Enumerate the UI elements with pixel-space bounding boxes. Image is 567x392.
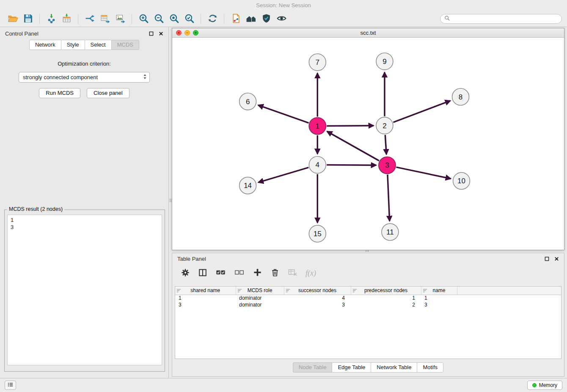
graph-edge-3-11[interactable] xyxy=(388,174,390,221)
tab-style[interactable]: Style xyxy=(61,40,85,50)
mcds-result-value: 3 xyxy=(11,224,159,231)
table-cell[interactable]: dominator xyxy=(236,301,284,308)
graph-node-10[interactable]: 10 xyxy=(453,172,470,189)
svg-text:4: 4 xyxy=(316,161,319,169)
svg-text:1: 1 xyxy=(316,122,319,130)
open-session-button[interactable] xyxy=(5,13,20,25)
delete-table-button[interactable] xyxy=(288,268,297,279)
table-cell-filler xyxy=(457,301,561,308)
main-toolbar xyxy=(0,11,567,27)
table-cell[interactable]: 3 xyxy=(284,301,351,308)
tab-node-table[interactable]: Node Table xyxy=(293,362,332,373)
column-header-mcds-role[interactable]: MCDS role xyxy=(236,287,284,295)
table-settings-button[interactable] xyxy=(181,268,190,279)
network-canvas[interactable]: 7968124314101511 xyxy=(172,38,564,250)
table-cell[interactable]: 1 xyxy=(421,295,457,301)
minimize-window-icon[interactable] xyxy=(184,30,190,36)
close-panel-icon[interactable] xyxy=(159,31,163,36)
zoom-out-button[interactable] xyxy=(151,13,166,25)
graph-node-4[interactable]: 4 xyxy=(309,156,326,173)
graph-edge-4-14[interactable] xyxy=(258,168,308,182)
svg-text:14: 14 xyxy=(244,182,252,190)
tab-network[interactable]: Network xyxy=(29,40,61,50)
import-table-button[interactable] xyxy=(59,13,74,25)
column-header-successor-nodes[interactable]: successor nodes xyxy=(284,287,351,295)
show-hide-button[interactable] xyxy=(274,13,289,25)
eye-icon xyxy=(276,13,287,25)
graph-edge-1-6[interactable] xyxy=(258,105,308,123)
tab-select[interactable]: Select xyxy=(85,40,111,50)
network-from-url-button[interactable] xyxy=(82,13,97,25)
home-button[interactable] xyxy=(243,13,259,25)
zoom-fit-button[interactable] xyxy=(166,13,182,25)
run-mcds-button[interactable]: Run MCDS xyxy=(39,88,80,98)
graph-edge-2-8[interactable] xyxy=(393,101,450,122)
table-cell[interactable]: 4 xyxy=(284,295,351,301)
close-window-icon[interactable] xyxy=(176,30,182,36)
criterion-dropdown[interactable]: strongly connected component xyxy=(19,72,150,83)
tab-mcds[interactable]: MCDS xyxy=(111,40,139,50)
graph-node-1[interactable]: 1 xyxy=(309,118,326,135)
table-cell[interactable]: 2 xyxy=(351,301,421,308)
tab-network-table[interactable]: Network Table xyxy=(371,362,417,373)
table-cell[interactable]: 1 xyxy=(175,295,236,301)
deselect-all-button[interactable] xyxy=(234,268,245,278)
table-toolbar: f(x) xyxy=(172,264,564,282)
graph-node-11[interactable]: 11 xyxy=(382,224,399,240)
export-image-button[interactable] xyxy=(113,13,128,25)
table-cell[interactable]: 1 xyxy=(351,295,421,301)
memory-button[interactable]: Memory xyxy=(527,381,562,390)
table-cell[interactable]: dominator xyxy=(236,295,284,301)
refresh-button[interactable] xyxy=(205,13,220,25)
network-window-titlebar[interactable]: scc.txt xyxy=(172,28,564,38)
close-panel-button[interactable]: Close panel xyxy=(87,88,129,98)
table-row[interactable]: 1dominator411 xyxy=(175,295,561,301)
search-field[interactable] xyxy=(440,14,562,24)
graph-edge-1-2[interactable] xyxy=(327,126,374,126)
shield-check-icon xyxy=(261,13,272,25)
table-row[interactable]: 3dominator323 xyxy=(175,301,561,308)
task-history-button[interactable] xyxy=(5,381,16,390)
graph-node-3[interactable]: 3 xyxy=(379,157,396,174)
graph-node-8[interactable]: 8 xyxy=(452,88,469,105)
graph-node-9[interactable]: 9 xyxy=(376,53,393,70)
search-icon xyxy=(444,15,450,22)
tab-motifs[interactable]: Motifs xyxy=(417,362,443,373)
graph-node-15[interactable]: 15 xyxy=(309,225,326,242)
delete-row-button[interactable] xyxy=(270,268,280,279)
zoom-selected-button[interactable] xyxy=(182,13,197,25)
style-apply-button[interactable] xyxy=(259,13,274,25)
graph-node-7[interactable]: 7 xyxy=(309,54,326,71)
graph-node-2[interactable]: 2 xyxy=(376,117,393,134)
graph-node-6[interactable]: 6 xyxy=(239,93,256,110)
save-session-button[interactable] xyxy=(20,13,36,25)
duplicate-network-button[interactable] xyxy=(228,13,243,25)
table-cell[interactable]: 3 xyxy=(421,301,457,308)
search-input[interactable] xyxy=(452,16,558,22)
node-table-container[interactable]: shared name MCDS role successor nodes pr… xyxy=(175,286,561,359)
float-panel-icon[interactable] xyxy=(149,31,154,36)
zoom-in-button[interactable] xyxy=(136,13,151,25)
graph-edge-3-10[interactable] xyxy=(396,167,451,179)
close-panel-icon[interactable] xyxy=(554,257,559,261)
export-table-button[interactable] xyxy=(97,13,113,25)
graph-edge-4-3[interactable] xyxy=(327,165,376,165)
maximize-window-icon[interactable] xyxy=(193,30,198,36)
select-all-button[interactable] xyxy=(215,268,226,278)
column-header-predecessor-nodes[interactable]: predecessor nodes xyxy=(351,287,421,295)
float-panel-icon[interactable] xyxy=(545,257,549,261)
graph-edge-3-1[interactable] xyxy=(327,131,379,160)
column-header-shared-name[interactable]: shared name xyxy=(175,287,236,295)
function-builder-button[interactable]: f(x) xyxy=(306,269,316,278)
delete-table-icon xyxy=(288,268,297,279)
column-header-name[interactable]: name xyxy=(421,287,457,295)
graph-node-14[interactable]: 14 xyxy=(239,177,256,194)
add-row-button[interactable] xyxy=(253,268,262,279)
table-cell[interactable]: 3 xyxy=(175,301,236,308)
show-columns-button[interactable] xyxy=(198,268,207,279)
tab-edge-table[interactable]: Edge Table xyxy=(332,362,371,373)
control-panel-tabs: Network Style Select MCDS xyxy=(0,40,168,50)
import-network-button[interactable] xyxy=(44,13,59,25)
graph-edge-2-3[interactable] xyxy=(385,135,386,155)
mcds-result-value: 1 xyxy=(11,216,159,224)
